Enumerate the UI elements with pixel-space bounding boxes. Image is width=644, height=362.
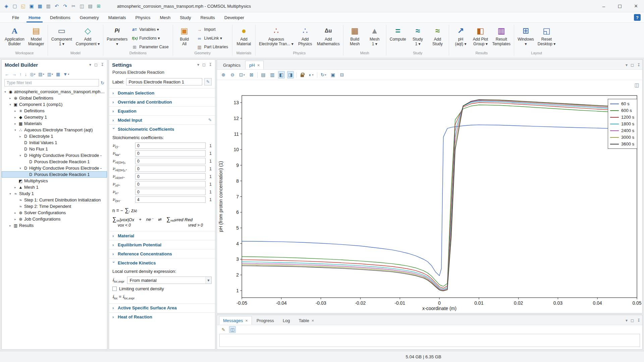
redo-icon[interactable]: ↷ bbox=[62, 3, 68, 9]
add-component-button[interactable]: ◇ Add Component ▾ bbox=[74, 25, 101, 47]
lock-axes-icon[interactable] bbox=[299, 71, 306, 78]
part-libraries-button[interactable]: ▥ Part Libraries bbox=[195, 43, 230, 51]
section-equation[interactable]: › Equation bbox=[109, 106, 215, 115]
tree-item[interactable]: ▾ D Highly Conductive Porous Electrode - bbox=[2, 152, 107, 159]
cut-icon[interactable]: ✂ bbox=[70, 3, 76, 9]
copy-icon[interactable]: ◫ bbox=[79, 3, 85, 9]
print-plot-icon[interactable]: ⊟ bbox=[339, 71, 345, 78]
tree-item[interactable]: ▸ ▲ Mesh 1 bbox=[2, 184, 107, 190]
build-all-button[interactable]: ▣ Build All bbox=[175, 25, 194, 47]
aqueous-electrolyte-transport-button[interactable]: ∴ Aqueous Electrolyte Tran... ▾ bbox=[258, 25, 295, 47]
show-icon[interactable]: ◎▾ bbox=[30, 72, 35, 77]
image-export-icon[interactable]: ◫ bbox=[635, 82, 639, 88]
menu-tab-results[interactable]: Results bbox=[196, 12, 219, 22]
tree-item[interactable]: ▾ ≈ Study 1 bbox=[2, 190, 107, 197]
tree-item[interactable]: ≈ Step 1: Current Distribution Initializ… bbox=[2, 197, 107, 203]
minimize-icon[interactable]: – bbox=[596, 0, 612, 12]
tree-expand-arrow[interactable]: ▾ bbox=[3, 90, 7, 94]
tree-item[interactable]: ▸ D Electrolyte 1 bbox=[2, 133, 107, 139]
collapse-panel-icon[interactable]: ▾ bbox=[626, 318, 628, 323]
add-study-button[interactable]: ≈ Add Study bbox=[428, 25, 447, 47]
tree-item[interactable]: ▸ ⊛ Job Configurations bbox=[2, 216, 107, 222]
dock-plot-icon[interactable]: ◨ bbox=[287, 71, 294, 78]
float-panel-icon[interactable]: ◻ bbox=[94, 62, 98, 67]
section-equilibrium-potential[interactable]: › Equilibrium Potential bbox=[109, 240, 215, 249]
clear-messages-icon[interactable]: ✎ bbox=[220, 326, 227, 333]
rename-icon[interactable]: ✎ bbox=[204, 78, 212, 85]
print-icon[interactable]: ▥ bbox=[45, 3, 51, 9]
tab-messages[interactable]: Messages × bbox=[219, 316, 252, 325]
section-heat-of-reaction[interactable]: › Heat of Reaction bbox=[109, 312, 215, 321]
compute-button[interactable]: = Compute bbox=[388, 25, 408, 43]
application-builder-button[interactable]: A Application Builder bbox=[3, 25, 26, 47]
parameter-case-button[interactable]: ⊞ Parameter Case bbox=[130, 43, 170, 51]
update-plot-icon[interactable]: ↻▾ bbox=[320, 71, 327, 78]
zoom-in-icon[interactable]: ⊕ bbox=[220, 71, 227, 78]
split-plot-icon[interactable]: ◧ bbox=[278, 71, 285, 78]
add-plot-group-button[interactable]: ◧ Add Plot Group ▾ bbox=[471, 25, 490, 47]
model-manager-button[interactable]: ▤ Model Manager bbox=[27, 25, 46, 47]
pin-panel-icon[interactable]: ↧ bbox=[209, 62, 212, 67]
collapse-panel-icon[interactable]: ▾ bbox=[89, 62, 91, 67]
tab-close-icon[interactable]: × bbox=[312, 318, 314, 323]
windows-button[interactable]: ⊞ Windows ▾ bbox=[516, 25, 535, 47]
menu-tab-geometry[interactable]: Geometry bbox=[75, 12, 104, 22]
tree-expand-arrow[interactable]: ▸ bbox=[13, 218, 17, 221]
coefficient-input[interactable] bbox=[135, 142, 206, 149]
tree-expand-arrow[interactable]: ▸ bbox=[13, 109, 17, 113]
new-file-icon[interactable]: ▢ bbox=[12, 3, 18, 9]
tree-item[interactable]: ▸ ▥ Results bbox=[2, 222, 107, 229]
menu-tab-file[interactable]: File bbox=[7, 12, 24, 22]
section-material[interactable]: › Material bbox=[109, 231, 215, 240]
variables-button[interactable]: a= Variables ▾ bbox=[130, 25, 170, 34]
expand-all-icon[interactable]: ▥▾ bbox=[47, 72, 53, 77]
maximize-icon[interactable]: ◻ bbox=[612, 0, 628, 12]
coefficient-input[interactable] bbox=[135, 158, 206, 164]
functions-button[interactable]: f(x) Functions ▾ bbox=[130, 34, 170, 42]
collapse-panel-icon[interactable]: ▾ bbox=[197, 62, 199, 67]
tab-log[interactable]: Log bbox=[279, 316, 294, 325]
menu-tab-physics[interactable]: Physics bbox=[131, 12, 155, 22]
pin-panel-icon[interactable]: ↧ bbox=[637, 318, 640, 323]
float-panel-icon[interactable]: ◻ bbox=[631, 318, 634, 323]
plot-data-icon[interactable]: ▤ bbox=[260, 71, 267, 78]
color-theme-icon[interactable]: ◐▾ bbox=[308, 71, 315, 78]
add-material-button[interactable]: ● Add Material bbox=[234, 25, 253, 47]
tab-table[interactable]: Table × bbox=[295, 316, 318, 325]
coefficient-input[interactable] bbox=[135, 166, 206, 172]
table-view-icon[interactable]: ▥ bbox=[269, 71, 276, 78]
tree-item[interactable]: D Initial Values 1 bbox=[2, 139, 107, 146]
coefficient-input[interactable] bbox=[135, 196, 206, 203]
node-filter-icon[interactable]: ▼▾ bbox=[63, 72, 69, 77]
paste-icon[interactable]: ▤ bbox=[87, 3, 93, 9]
tree-expand-arrow[interactable]: ▾ bbox=[8, 103, 12, 106]
float-panel-icon[interactable]: ◻ bbox=[202, 62, 206, 67]
section-domain-selection[interactable]: › Domain Selection bbox=[109, 88, 215, 97]
tree-item[interactable]: ▾ ▣ Component 1 (comp1) bbox=[2, 101, 107, 108]
livelink-button[interactable]: ∞ LiveLink ▾ bbox=[195, 34, 230, 42]
current-density-dropdown[interactable]: From material ▼ bbox=[127, 277, 212, 284]
undo-icon[interactable]: ↶ bbox=[54, 3, 60, 9]
tree-item[interactable]: ▾ ◉ atmospheric_corrosion_mass_transport… bbox=[2, 88, 107, 95]
save-all-icon[interactable]: ▦ bbox=[37, 3, 43, 9]
coefficient-input[interactable] bbox=[135, 189, 206, 195]
tree-item[interactable]: ▸ ◆ Geometry 1 bbox=[2, 114, 107, 120]
section-active-specific-surface-area[interactable]: › Active Specific Surface Area bbox=[109, 303, 215, 312]
forward-icon[interactable]: → bbox=[12, 72, 16, 77]
tree-expand-arrow[interactable]: ▸ bbox=[13, 211, 17, 215]
menu-tab-home[interactable]: Home bbox=[24, 12, 45, 22]
tree-expand-arrow[interactable]: ▸ bbox=[18, 135, 22, 138]
tree-expand-arrow[interactable]: ▾ bbox=[18, 154, 22, 157]
close-icon[interactable]: × bbox=[628, 0, 644, 12]
tree-item[interactable]: ▾ ∴ Aqueous Electrolyte Transport (aqt) bbox=[2, 127, 107, 133]
tree-item[interactable]: ▸ ⊕ Global Definitions bbox=[2, 95, 107, 101]
pin-panel-icon[interactable]: ↧ bbox=[101, 62, 104, 67]
tree-expand-arrow[interactable]: ▸ bbox=[13, 122, 17, 125]
menu-tab-mesh[interactable]: Mesh bbox=[155, 12, 175, 22]
copy-messages-icon[interactable]: ◫ bbox=[229, 326, 236, 333]
help-button[interactable]: ? bbox=[634, 14, 641, 21]
section-stoichiometric-coefficients[interactable]: › Stoichiometric Coefficients bbox=[109, 124, 215, 133]
import-button[interactable]: → Import bbox=[195, 25, 230, 34]
node-label-input[interactable] bbox=[126, 78, 202, 85]
zoom-box-icon[interactable]: ⊡▾ bbox=[238, 71, 246, 78]
